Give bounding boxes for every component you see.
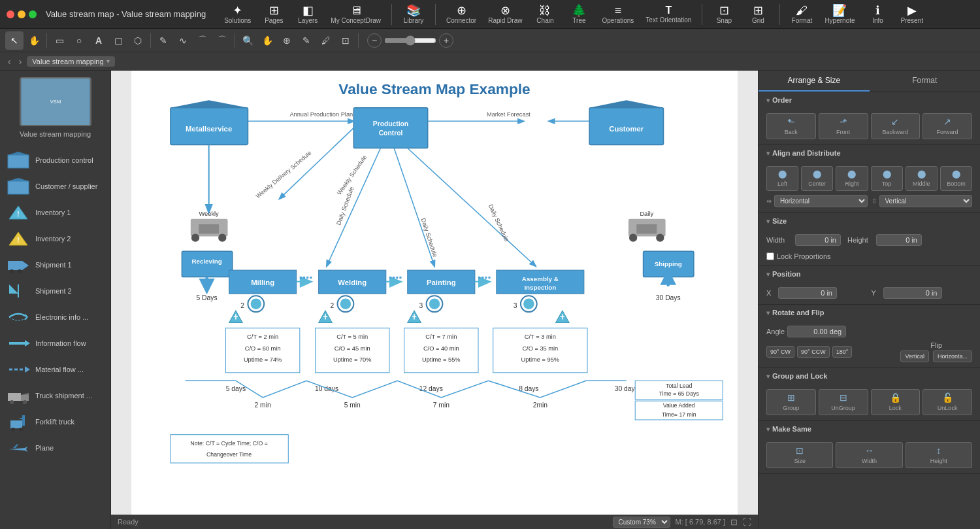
rotate-180-button[interactable]: 180° (832, 346, 853, 358)
svg-text:Welding: Welding (338, 279, 367, 286)
section-size-header[interactable]: ▾ Size (759, 213, 980, 229)
minimize-button[interactable] (18, 10, 25, 18)
x-input[interactable] (778, 287, 837, 299)
tab-format[interactable]: Format (870, 71, 981, 92)
height-input[interactable] (876, 234, 922, 246)
section-order-header[interactable]: ▾ Order (759, 92, 980, 108)
order-back-button[interactable]: ⬑ Back (766, 113, 816, 139)
flip-vertical-button[interactable]: Vertical (900, 350, 929, 362)
section-rotate-header[interactable]: ▾ Rotate and Flip (759, 305, 980, 320)
group-button[interactable]: ⊞ Group (766, 389, 816, 415)
sidebar-item-customer-supplier[interactable]: Customer / supplier (0, 173, 110, 199)
canvas-fullscreen-icon[interactable]: ⛶ (743, 517, 751, 527)
align-top-button[interactable]: ⬤ Top (871, 166, 903, 191)
distribute-horizontal-select[interactable]: Horizontal (774, 195, 868, 207)
connector2-tool[interactable]: ⌒ (213, 31, 231, 50)
section-align-header[interactable]: ▾ Align and Distribute (759, 145, 980, 161)
flip-horizontal-button[interactable]: Horizonta... (933, 350, 972, 362)
toolbar-library[interactable]: 📚 Library (399, 3, 429, 26)
toolbar-snap[interactable]: ⊡ Snap (709, 3, 739, 26)
order-backward-button[interactable]: ↙ Backward (871, 113, 921, 139)
zoom-slider[interactable] (384, 35, 436, 46)
nav-back-button[interactable]: ‹ (5, 55, 14, 68)
text-tool[interactable]: A (90, 31, 108, 50)
target-tool[interactable]: ⊕ (278, 31, 296, 50)
align-right-button[interactable]: ⬤ Right (836, 166, 868, 191)
order-forward-button[interactable]: ↗ Forward (923, 113, 972, 139)
canvas-fit-icon[interactable]: ⊡ (730, 517, 738, 527)
nav-forward-button[interactable]: › (16, 55, 25, 68)
make-same-size-button[interactable]: ⊡ Size (766, 442, 833, 468)
make-same-height-button[interactable]: ↕ Height (906, 442, 972, 468)
ink-tool[interactable]: ✎ (297, 31, 316, 50)
erase-tool[interactable]: 🖊 (317, 31, 335, 50)
toolbar-chain[interactable]: ⛓ Chain (530, 3, 560, 26)
y-input[interactable] (883, 287, 942, 299)
toolbar-present[interactable]: ▶ Present (897, 3, 927, 26)
hand-tool[interactable]: ✋ (25, 31, 43, 50)
sidebar-item-plane[interactable]: Plane (0, 435, 110, 461)
polygon-tool[interactable]: ⬡ (129, 31, 147, 50)
distribute-vertical-select[interactable]: Vertical (879, 195, 973, 207)
search-tool[interactable]: 🔍 (238, 31, 257, 50)
sidebar-item-inventory-2[interactable]: ! Inventory 2 (0, 226, 110, 252)
toolbar-info[interactable]: ℹ Info (863, 3, 893, 26)
toolbar-layers[interactable]: ◧ Layers (293, 3, 323, 26)
toolbar-myconcept[interactable]: 🖥 My ConceptDraw (327, 3, 385, 26)
sidebar-item-forklift-truck[interactable]: Forklift truck (0, 409, 110, 435)
ungroup-button[interactable]: ⊟ UnGroup (819, 389, 868, 415)
align-bottom-button[interactable]: ⬤ Bottom (940, 166, 972, 191)
sidebar-item-inventory-1[interactable]: ! Inventory 1 (0, 199, 110, 226)
toolbar-pages[interactable]: ⊞ Pages (259, 3, 289, 26)
sidebar-item-information-flow[interactable]: Information flow (0, 330, 110, 356)
align-middle-button[interactable]: ⬤ Middle (906, 166, 938, 191)
angle-input[interactable] (787, 326, 846, 337)
select-tool[interactable]: ↖ (5, 31, 24, 50)
sidebar-item-shipment-1[interactable]: Shipment 1 (0, 252, 110, 278)
canvas-area[interactable]: Value Stream Map Example Production Cont… (111, 71, 758, 529)
connector1-tool[interactable]: ⌒ (193, 31, 212, 50)
bezier-tool[interactable]: ∿ (174, 31, 192, 50)
make-same-width-button[interactable]: ↔ Width (836, 442, 902, 468)
toolbar-textorientation[interactable]: T Text Orientation (642, 4, 695, 25)
rotate-90ccw-button[interactable]: 90° CCW (797, 346, 830, 358)
toolbar-rapiddraw[interactable]: ⊗ Rapid Draw (484, 3, 526, 26)
zoom-select[interactable]: Custom 73% 50% 100% 150% (613, 517, 670, 528)
align-center-button[interactable]: ⬤ Center (801, 166, 833, 191)
width-input[interactable] (795, 234, 841, 246)
crop-tool[interactable]: ⊡ (336, 31, 355, 50)
sidebar-item-production-control[interactable]: Production control (0, 147, 110, 173)
ellipse-tool[interactable]: ○ (70, 31, 88, 50)
sidebar-item-material-flow[interactable]: Material flow ... (0, 356, 110, 383)
tab-arrange-size[interactable]: Arrange & Size (759, 71, 870, 92)
zoom-in-button[interactable]: + (439, 33, 453, 48)
toolbar-format[interactable]: 🖌 Format (787, 3, 817, 26)
breadcrumb-item[interactable]: Value stream mapping ▾ (27, 56, 114, 67)
section-position-header[interactable]: ▾ Position (759, 266, 980, 282)
toolbar-solutions[interactable]: ✦ Solutions (220, 3, 255, 26)
sidebar-item-shipment-2[interactable]: Shipment 2 (0, 278, 110, 304)
toolbar-grid[interactable]: ⊞ Grid (743, 3, 773, 26)
lock-proportions-checkbox[interactable] (766, 252, 774, 260)
sidebar-item-electronic-info[interactable]: Electronic info ... (0, 304, 110, 330)
rotate-90cw-button[interactable]: 90° CW (766, 346, 794, 358)
section-make-same-header[interactable]: ▾ Make Same (759, 421, 980, 437)
toolbar-connector[interactable]: ⊕ Connector (442, 3, 480, 26)
rounded-rect-tool[interactable]: ▢ (109, 31, 127, 50)
toolbar-hypernote[interactable]: 📝 Hypernote (821, 3, 858, 26)
preview-thumbnail[interactable]: VSM (20, 77, 91, 126)
sidebar-item-truck-shipment[interactable]: Truck shipment ... (0, 383, 110, 409)
close-button[interactable] (7, 10, 14, 18)
rectangle-tool[interactable]: ▭ (50, 31, 69, 50)
align-left-button[interactable]: ⬤ Left (766, 166, 798, 191)
unlock-button[interactable]: 🔓 UnLock (923, 389, 972, 415)
section-group-header[interactable]: ▾ Group and Lock (759, 368, 980, 384)
toolbar-operations[interactable]: ≡ Operations (598, 3, 638, 26)
toolbar-tree[interactable]: 🌲 Tree (564, 3, 594, 26)
order-front-button[interactable]: ⬏ Front (819, 113, 868, 139)
zoom-out-button[interactable]: − (367, 33, 382, 48)
pencil-tool[interactable]: ✎ (154, 31, 172, 50)
maximize-button[interactable] (29, 10, 37, 18)
lock-button[interactable]: 🔒 Lock (871, 389, 921, 415)
pan-tool[interactable]: ✋ (258, 31, 276, 50)
